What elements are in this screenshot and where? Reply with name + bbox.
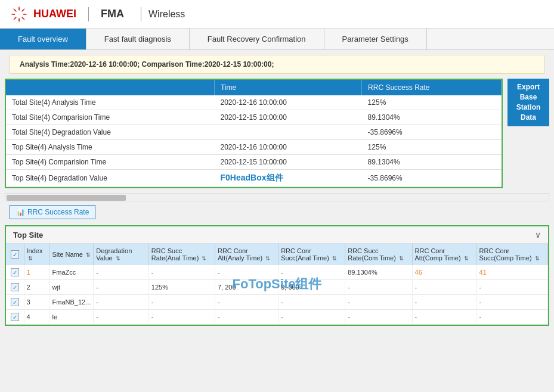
- summary-cell-label: Total Site(4) Analysis Time: [6, 95, 214, 110]
- detail-cell-rrc-conr-att-anal: -: [215, 295, 278, 310]
- sort-icon-site: ⇅: [86, 252, 91, 258]
- detail-cell-index: 2: [24, 280, 49, 295]
- summary-cell-label: Total Site(4) Degradation Value: [6, 125, 214, 140]
- app-title: Wireless: [148, 9, 185, 20]
- detail-cell-rrc-succ-comp: -: [345, 310, 412, 325]
- detail-cell-rrc-conr-succ-anal: 9, 000: [278, 280, 345, 295]
- detail-table-wrap: FoTopSite组件 ✓ Index ⇅ Site Name ⇅ Degrad…: [6, 244, 548, 325]
- col-rrc-conr-att-anal: RRC Conr Att(Analy Time) ⇅: [215, 244, 278, 265]
- detail-cell-rrc-conr-att-comp: -: [412, 280, 476, 295]
- sort-icon-index: ⇅: [28, 256, 33, 262]
- detail-cell-rrc-succ-comp: -: [345, 295, 412, 310]
- summary-table: Time RRC Success Rate Total Site(4) Anal…: [6, 80, 502, 187]
- tab-fault-overview[interactable]: Fault overview: [0, 29, 86, 49]
- product-name: FMA: [101, 8, 124, 20]
- summary-cell-time: [214, 125, 361, 140]
- detail-cell-rrc-conr-att-comp: -: [412, 310, 476, 325]
- detail-cell-index[interactable]: 1: [24, 265, 49, 280]
- detail-cell-rrc-conr-att-anal: -: [215, 265, 278, 280]
- sort-icon-rcsa: ⇅: [332, 256, 337, 262]
- detail-cell-rrc-conr-succ-anal: -: [278, 265, 345, 280]
- rrc-btn-label: RRC Success Rate: [27, 208, 89, 216]
- col-rrc: RRC Success Rate: [362, 80, 502, 95]
- detail-cell-rrc-conr-succ-comp: 41: [476, 265, 547, 280]
- summary-cell-value: -35.8696%: [362, 170, 502, 187]
- col-rrc-conr-succ-anal: RRC Conr Succ(Anal Time) ⇅: [278, 244, 345, 265]
- header-divider: [88, 7, 89, 21]
- detail-cell-site-name: FmaNB_12...: [49, 295, 94, 310]
- row-checkbox[interactable]: ✓: [11, 298, 19, 306]
- detail-cell-rrc-succ-anal: -: [148, 295, 215, 310]
- summary-cell-time: 2020-12-16 10:00:00: [214, 140, 361, 155]
- summary-row: Total Site(4) Comparision Time2020-12-15…: [6, 110, 502, 125]
- tab-fast-fault[interactable]: Fast fault diagnosis: [86, 29, 190, 49]
- detail-cell-check[interactable]: ✓: [6, 265, 24, 280]
- bottom-section: Top Site ∨ FoTopSite组件 ✓ Index ⇅ Site Na…: [5, 225, 549, 326]
- detail-cell-degradation: -: [94, 280, 149, 295]
- summary-cell-time: F0HeadBox组件: [214, 170, 361, 187]
- summary-cell-label: Top Site(4) Comparision Time: [6, 155, 214, 170]
- collapse-button[interactable]: ∨: [535, 230, 541, 239]
- summary-cell-label: Top Site(4) Analysis Time: [6, 140, 214, 155]
- col-rrc-conr-att-comp: RRC Conr Att(Comp Time) ⇅: [412, 244, 476, 265]
- detail-cell-rrc-succ-anal: -: [148, 265, 215, 280]
- detail-cell-index: 3: [24, 295, 49, 310]
- detail-cell-check[interactable]: ✓: [6, 310, 24, 325]
- detail-table: ✓ Index ⇅ Site Name ⇅ Degradation Value …: [6, 244, 548, 325]
- top-section: Time RRC Success Rate Total Site(4) Anal…: [5, 79, 549, 188]
- sort-icon-rcaa: ⇅: [265, 256, 270, 262]
- summary-cell-time: 2020-12-15 10:00:00: [214, 155, 361, 170]
- summary-cell-time: 2020-12-15 10:00:00: [214, 110, 361, 125]
- summary-cell-value: 89.1304%: [362, 110, 502, 125]
- tab-parameter-settings[interactable]: Parameter Settings: [324, 29, 427, 49]
- col-rrc-conr-succ-comp: RRC Conr Succ(Comp Time) ⇅: [476, 244, 547, 265]
- summary-row: Total Site(4) Analysis Time2020-12-16 10…: [6, 95, 502, 110]
- horizontal-scrollbar[interactable]: [5, 193, 549, 201]
- detail-row: ✓2wjt-125%7, 2009, 000---: [6, 280, 548, 295]
- detail-cell-degradation: -: [94, 310, 149, 325]
- select-all-checkbox[interactable]: ✓: [11, 250, 19, 259]
- row-checkbox[interactable]: ✓: [11, 283, 19, 291]
- col-index: Index ⇅: [24, 244, 49, 265]
- detail-cell-rrc-conr-att-anal: 7, 200: [215, 280, 278, 295]
- analysis-bar: Analysis Time:2020-12-16 10:00:00; Compa…: [10, 55, 544, 74]
- rrc-success-rate-button[interactable]: 📊 RRC Success Rate: [10, 205, 95, 219]
- scrollbar-thumb[interactable]: [7, 195, 126, 201]
- sort-icon-rsc: ⇅: [399, 256, 404, 262]
- logo: HUAWEI FMA: [10, 5, 124, 24]
- summary-row: Top Site(4) Analysis Time2020-12-16 10:0…: [6, 140, 502, 155]
- col-time: Time: [214, 80, 361, 95]
- tab-fault-recovery[interactable]: Fault Recovery Confirmation: [190, 29, 324, 49]
- detail-row: ✓3FmaNB_12...-------: [6, 295, 548, 310]
- detail-cell-index: 4: [24, 310, 49, 325]
- detail-cell-degradation: -: [94, 295, 149, 310]
- detail-row: ✓4le-------: [6, 310, 548, 325]
- brand-name: HUAWEI: [33, 8, 76, 20]
- detail-cell-check[interactable]: ✓: [6, 280, 24, 295]
- main-content: Analysis Time:2020-12-16 10:00:00; Compa…: [0, 55, 554, 331]
- detail-cell-site-name: FmaZcc: [49, 265, 94, 280]
- summary-row: Total Site(4) Degradation Value-35.8696%: [6, 125, 502, 140]
- summary-row: Top Site(4) Degradation ValueF0HeadBox组件…: [6, 170, 502, 187]
- detail-cell-degradation: -: [94, 265, 149, 280]
- bottom-section-header: Top Site ∨: [6, 226, 548, 244]
- sort-icon-rsa: ⇅: [202, 256, 206, 262]
- detail-cell-check[interactable]: ✓: [6, 295, 24, 310]
- chart-icon: 📊: [16, 208, 25, 216]
- header-divider2: [141, 7, 141, 21]
- summary-cell-label: Total Site(4) Comparision Time: [6, 110, 214, 125]
- header: HUAWEI FMA Wireless: [0, 0, 554, 29]
- detail-cell-rrc-succ-comp: 89.1304%: [345, 265, 412, 280]
- detail-cell-rrc-succ-anal: -: [148, 310, 215, 325]
- detail-cell-rrc-conr-att-comp: -: [412, 295, 476, 310]
- row-checkbox[interactable]: ✓: [11, 268, 19, 276]
- detail-cell-rrc-conr-succ-anal: -: [278, 295, 345, 310]
- sort-icon-deg: ⇅: [116, 256, 120, 262]
- row-checkbox[interactable]: ✓: [11, 313, 19, 321]
- summary-cell-value: -35.8696%: [362, 125, 502, 140]
- detail-cell-rrc-conr-succ-comp: -: [476, 310, 547, 325]
- huawei-logo-icon: [10, 5, 29, 24]
- export-button[interactable]: Export Base Station Data: [507, 79, 549, 126]
- detail-row: ✓1FmaZcc----89.1304%4641: [6, 265, 548, 280]
- summary-cell-value: 89.1304%: [362, 155, 502, 170]
